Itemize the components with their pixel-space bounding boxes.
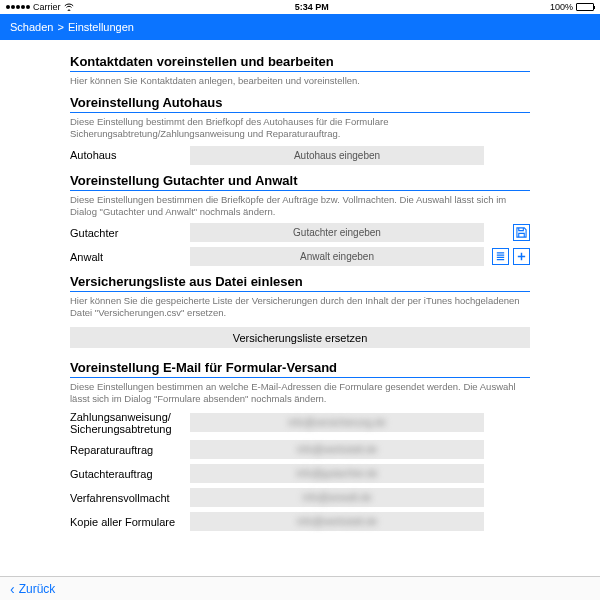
save-icon[interactable] xyxy=(513,224,530,241)
replace-insurance-button[interactable]: Versicherungsliste ersetzen xyxy=(70,327,530,348)
signal-icon xyxy=(6,5,30,9)
gutachter-input[interactable]: Gutachter eingeben xyxy=(190,223,484,242)
row-label: Verfahrensvollmacht xyxy=(70,492,190,504)
breadcrumb-root[interactable]: Schaden xyxy=(10,21,53,33)
email-field-zahlungsanweisung[interactable]: info@versicherung.de xyxy=(190,413,484,432)
clock: 5:34 PM xyxy=(295,2,329,12)
autohaus-input[interactable]: Autohaus eingeben xyxy=(190,146,484,165)
anwalt-input[interactable]: Anwalt eingeben xyxy=(190,247,484,266)
bottom-toolbar: ‹ Zurück xyxy=(0,576,600,600)
email-field-reparaturauftrag[interactable]: info@werkstatt.de xyxy=(190,440,484,459)
section-title-autohaus: Voreinstellung Autohaus xyxy=(70,95,530,110)
section-title-email: Voreinstellung E-Mail für Formular-Versa… xyxy=(70,360,530,375)
row-label: Reparaturauftrag xyxy=(70,444,190,456)
section-title-kontaktdaten: Kontaktdaten voreinstellen und bearbeite… xyxy=(70,54,530,69)
email-field-verfahrensvollmacht[interactable]: info@anwalt.de xyxy=(190,488,484,507)
section-desc: Diese Einstellung bestimmt den Briefkopf… xyxy=(70,116,530,140)
section-desc: Diese Einstellungen bestimmen die Briefk… xyxy=(70,194,530,218)
carrier-label: Carrier xyxy=(33,2,61,12)
section-title-gutachter-anwalt: Voreinstellung Gutachter und Anwalt xyxy=(70,173,530,188)
section-title-versicherung: Versicherungsliste aus Datei einlesen xyxy=(70,274,530,289)
back-chevron-icon[interactable]: ‹ xyxy=(10,581,15,597)
row-label-autohaus: Autohaus xyxy=(70,149,190,161)
breadcrumb-sep: > xyxy=(57,21,63,33)
content: Kontaktdaten voreinstellen und bearbeite… xyxy=(0,40,600,576)
add-icon[interactable] xyxy=(513,248,530,265)
nav-bar: Schaden > Einstellungen xyxy=(0,14,600,40)
row-label: Kopie aller Formulare xyxy=(70,516,190,528)
row-label-anwalt: Anwalt xyxy=(70,251,190,263)
email-field-gutachterauftrag[interactable]: info@gutachter.de xyxy=(190,464,484,483)
breadcrumb-current: Einstellungen xyxy=(68,21,134,33)
status-bar: Carrier 5:34 PM 100% xyxy=(0,0,600,14)
battery-icon xyxy=(576,3,594,11)
section-desc: Hier können Sie die gespeicherte Liste d… xyxy=(70,295,530,319)
list-icon[interactable] xyxy=(492,248,509,265)
section-desc: Diese Einstellungen bestimmen an welche … xyxy=(70,381,530,405)
row-label: Zahlungsanweisung/ Sicherungsabtretung xyxy=(70,411,190,435)
wifi-icon xyxy=(64,3,74,11)
back-button[interactable]: Zurück xyxy=(19,582,56,596)
row-label: Gutachterauftrag xyxy=(70,468,190,480)
row-label-gutachter: Gutachter xyxy=(70,227,190,239)
email-field-kopie[interactable]: info@werkstatt.de xyxy=(190,512,484,531)
section-desc: Hier können Sie Kontaktdaten anlegen, be… xyxy=(70,75,530,87)
battery-percent: 100% xyxy=(550,2,573,12)
